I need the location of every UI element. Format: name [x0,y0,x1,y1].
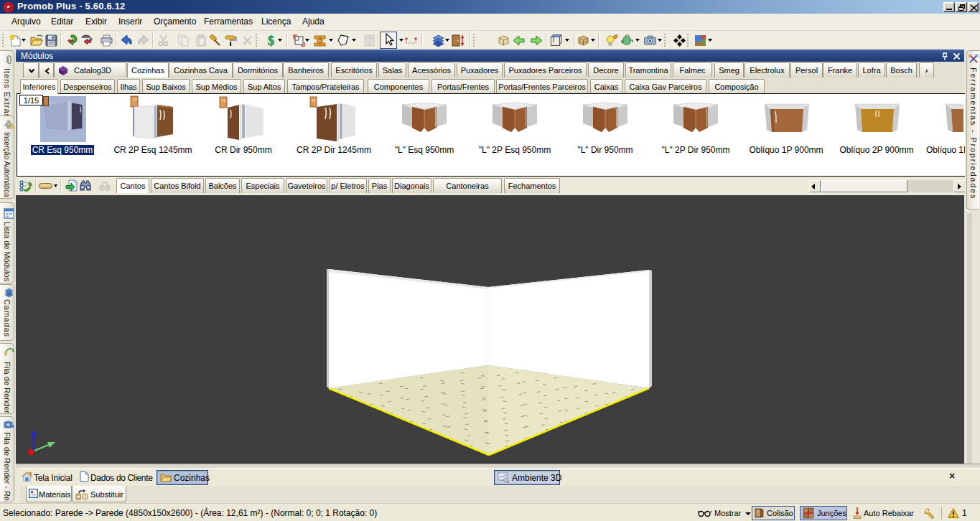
svg-text:$: $ [268,34,274,47]
